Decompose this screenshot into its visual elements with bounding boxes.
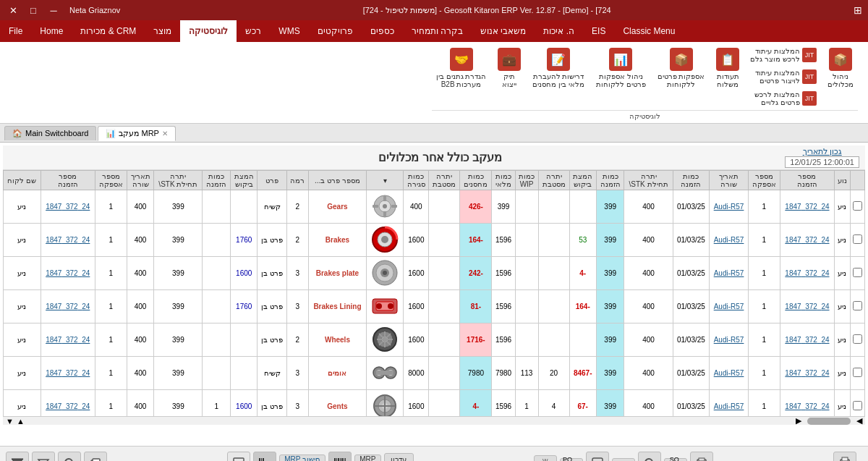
row-cb[interactable] (851, 390, 865, 417)
menu-projects[interactable]: פרויקטים (309, 20, 362, 42)
maximize-button[interactable]: □ (26, 3, 41, 17)
funnel-btn[interactable] (32, 452, 55, 462)
tab-mrp-close[interactable]: ✕ (162, 130, 168, 138)
mrp-ref-btn[interactable]: MRP Ref (354, 454, 380, 462)
ribbon-btn-supply[interactable]: 📋 תעודותמשלוח (712, 45, 744, 91)
row-order[interactable]: 24_372_1847 (780, 323, 834, 357)
row-qty-b (203, 357, 231, 390)
col-scroll-btn2[interactable]: ▼ (6, 417, 14, 426)
export-btn[interactable]: ⬆ (227, 452, 250, 462)
web-btn[interactable]: W R (534, 455, 557, 462)
ribbon-btn-demand[interactable]: 📝 דרישות להעברתמלאי בין מחסנים (528, 45, 589, 91)
ribbon-btn-jit2[interactable]: JIT המלצות עיתודלויצור פרטים (746, 67, 820, 87)
row-supply2: 1 (95, 190, 127, 224)
row-order2[interactable]: 24_372_1847 (41, 290, 95, 323)
svg-rect-44 (340, 458, 341, 462)
row-audi[interactable]: Audi-R57 (710, 390, 749, 417)
row-order[interactable]: 24_372_1847 (780, 390, 834, 417)
row-audi[interactable]: Audi-R57 (710, 290, 749, 323)
row-cb[interactable] (851, 357, 865, 390)
mrp-calc-btn[interactable]: חישוב MRP לפרטים (279, 454, 326, 462)
menu-product[interactable]: מוצר (145, 20, 180, 42)
status-s-btn[interactable]: S (612, 458, 635, 462)
row-close: 1600 (404, 290, 429, 323)
row-audi[interactable]: Audi-R57 (710, 257, 749, 290)
menu-file[interactable]: File (0, 20, 31, 42)
row-order2[interactable]: 24_372_1847 (41, 190, 95, 224)
row-order[interactable]: 24_372_1847 (780, 257, 834, 290)
row-part-name[interactable]: Wheels (308, 323, 367, 357)
ribbon-btn-management[interactable]: 📦 ניהולמכלולים (823, 45, 858, 91)
ribbon-btn-tick[interactable]: 💼 תיקייצוא (493, 45, 525, 91)
menu-crm[interactable]: מכירות & CRM (72, 20, 145, 42)
scroll-thumb[interactable] (807, 418, 851, 425)
col-part-name: מספר פרט ב... (308, 171, 367, 190)
minimize-button[interactable]: ─ (46, 3, 61, 17)
print-preview-btn[interactable] (690, 452, 713, 462)
row-audi[interactable]: Audi-R57 (710, 224, 749, 257)
row-part-name[interactable]: Brakes Lining (308, 290, 367, 323)
row-cb[interactable] (851, 257, 865, 290)
menu-wms[interactable]: WMS (270, 20, 308, 42)
row-storage: 7980 (460, 357, 492, 390)
menu-classic[interactable]: Classic Menu (614, 20, 684, 42)
row-stkstart: 399 (596, 290, 624, 323)
row-audi[interactable]: Audi-R57 (710, 190, 749, 224)
ref-btn[interactable] (253, 452, 276, 462)
row-cb[interactable] (851, 190, 865, 224)
menu-eis[interactable]: EIS (583, 20, 614, 42)
tab-switchboard[interactable]: 🏠 Main Switchboard (4, 126, 96, 140)
row-cb[interactable] (851, 290, 865, 323)
row-cb[interactable] (851, 323, 865, 357)
scroll-left-btn[interactable]: ◀ (854, 416, 865, 426)
row-part-name[interactable]: Brakes plate (308, 257, 367, 290)
menu-logistics[interactable]: לוגיסטיקה (180, 20, 237, 42)
row-type: ניע (834, 290, 850, 323)
data-table-container[interactable]: נוע מספרהזמנה מספראספקה תאריךשורה כמותהז… (3, 170, 865, 416)
scan-btn[interactable] (586, 452, 609, 462)
row-order2[interactable]: 24_372_1847 (41, 257, 95, 290)
row-order[interactable]: 24_372_1847 (780, 290, 834, 323)
menu-hr[interactable]: משאבי אנוש (472, 20, 535, 42)
print-btn[interactable] (833, 452, 856, 462)
scroll-right-btn[interactable]: ▶ (793, 416, 804, 426)
zoom-btn[interactable] (58, 452, 81, 462)
row-part-name[interactable]: Brakes (308, 224, 367, 257)
ribbon-btn-jit1[interactable]: JIT המלצות עיתודלרכש מוצר גלם (746, 45, 820, 65)
row-order2[interactable]: 24_372_1847 (41, 357, 95, 390)
search-zoom-btn[interactable] (638, 452, 661, 462)
filter-icon-btn[interactable] (6, 452, 29, 462)
date-display[interactable]: 12/01/25 12:00:01 (785, 156, 859, 168)
row-order[interactable]: 24_372_1847 (780, 357, 834, 390)
row-order2[interactable]: 24_372_1847 (41, 224, 95, 257)
row-order[interactable]: 24_372_1847 (780, 224, 834, 257)
row-order2[interactable]: 24_372_1847 (41, 323, 95, 357)
ribbon-btn-aspects[interactable]: 📦 אספקות פרטיםללקוחות (653, 45, 710, 91)
ribbon-btn-manage-aspects[interactable]: 📊 ניהול אספקותפרטים ללקוחות (592, 45, 650, 91)
row-part-name[interactable]: Gents (308, 390, 367, 417)
row-level: 3 (286, 257, 308, 290)
row-cb[interactable] (851, 224, 865, 257)
row-order2[interactable]: 24_372_1847 (41, 390, 95, 417)
row-audi[interactable]: Audi-R57 (710, 357, 749, 390)
ribbon-btn-b2b[interactable]: 🤝 הגדרת גתנים ביןמערכות B2B (432, 45, 491, 91)
col-scroll-btn1[interactable]: ▲ (17, 417, 25, 426)
update-data-btn[interactable]: עדכון נתונים (384, 453, 414, 462)
row-part-name[interactable]: Gears (308, 190, 367, 224)
menu-quality[interactable]: ה. איכות (535, 20, 583, 42)
row-part-name[interactable]: אומים (308, 357, 367, 390)
menu-control[interactable]: בקרה ותמחיר (403, 20, 472, 42)
menu-finance[interactable]: כספים (362, 20, 403, 42)
row-audi[interactable]: Audi-R57 (710, 323, 749, 357)
so-stat-btn[interactable]: SOStat (664, 458, 687, 462)
row-order[interactable]: 24_372_1847 (780, 190, 834, 224)
po-invoice-btn[interactable]: PORac... (560, 458, 583, 462)
barcode-btn[interactable] (328, 452, 352, 462)
close-button[interactable]: ✕ (6, 3, 20, 17)
ribbon-btn-jit3[interactable]: JIT המלצות לרכשפרטים גלויים (746, 88, 820, 109)
menu-purchase[interactable]: רכש (237, 20, 270, 42)
copy-btn[interactable] (84, 452, 107, 462)
menu-home[interactable]: Home (31, 20, 72, 42)
horizontal-scrollbar[interactable]: ◀ ▶ ▲ ▼ (3, 416, 865, 425)
tab-mrp[interactable]: 📊 מעקב MRP ✕ (98, 126, 176, 141)
